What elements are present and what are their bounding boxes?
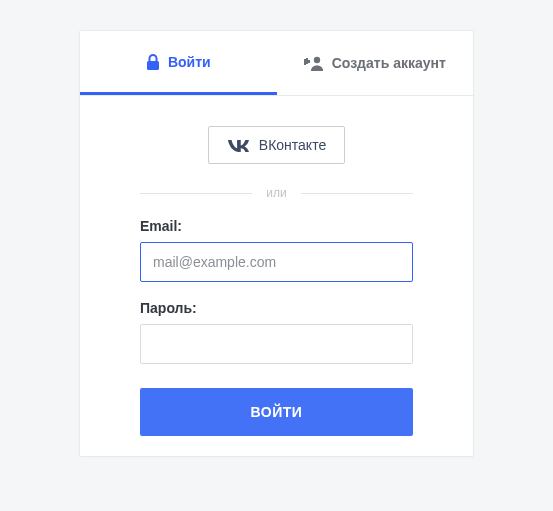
lock-icon — [146, 54, 160, 70]
auth-card: Войти Создать аккаунт ВКонтакт — [79, 30, 474, 457]
svg-point-3 — [313, 57, 319, 63]
password-input[interactable] — [140, 324, 413, 364]
password-label: Пароль: — [140, 300, 413, 316]
vk-login-button[interactable]: ВКонтакте — [208, 126, 345, 164]
divider-text: или — [252, 186, 300, 200]
submit-button[interactable]: ВОЙТИ — [140, 388, 413, 436]
vk-icon — [227, 139, 249, 152]
card-body: ВКонтакте или Email: Пароль: ВОЙТИ — [80, 96, 473, 456]
add-user-icon — [304, 55, 324, 71]
email-input[interactable] — [140, 242, 413, 282]
tab-register[interactable]: Создать аккаунт — [277, 31, 474, 95]
email-label: Email: — [140, 218, 413, 234]
tab-login[interactable]: Войти — [80, 31, 277, 95]
email-field-group: Email: — [140, 218, 413, 282]
tab-register-label: Создать аккаунт — [332, 55, 446, 71]
tab-login-label: Войти — [168, 54, 211, 70]
vk-button-label: ВКонтакте — [259, 137, 326, 153]
divider: или — [140, 186, 413, 200]
tabs: Войти Создать аккаунт — [80, 31, 473, 96]
svg-rect-0 — [147, 61, 159, 70]
password-field-group: Пароль: — [140, 300, 413, 364]
